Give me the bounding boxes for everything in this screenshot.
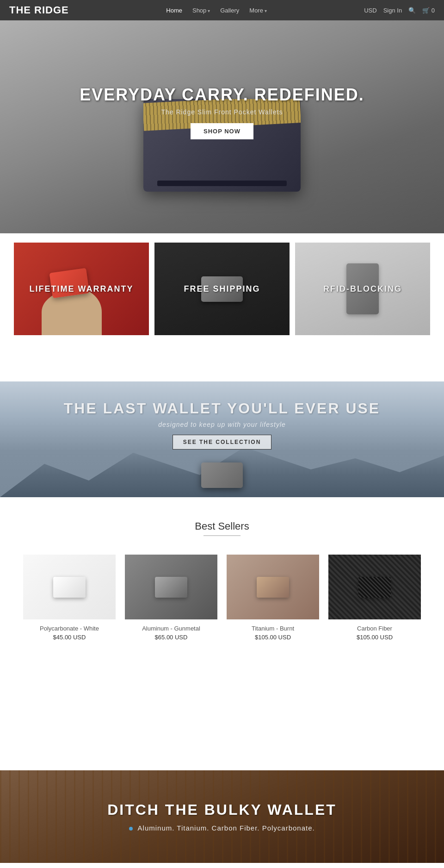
feature-tiles-section: LIFETIME WARRANTY FREE SHIPPING RFID-BLO… — [0, 233, 444, 344]
product-name-0: Polycarbonate - White — [23, 625, 116, 632]
banner2-text: THE LAST WALLET YOU'LL EVER USE designed… — [0, 400, 444, 450]
nav-item-more[interactable]: More — [249, 6, 266, 14]
hero-title: EVERYDAY CARRY. REDEFINED. — [0, 85, 444, 105]
product-card-0[interactable]: Polycarbonate - White $45.00 USD — [23, 555, 116, 641]
feature-tile-rfid[interactable]: RFID-BLOCKING — [295, 243, 430, 335]
bottom-subtitle: Aluminum. Titanium. Carbon Fiber. Polyca… — [107, 824, 337, 832]
feature-tile-shipping[interactable]: FREE SHIPPING — [154, 243, 290, 335]
product-card-2[interactable]: Titanium - Burnt $105.00 USD — [227, 555, 319, 641]
hero-text: EVERYDAY CARRY. REDEFINED. The Ridge Sli… — [0, 85, 444, 139]
product-image-carbon — [328, 555, 421, 619]
currency-selector[interactable]: USD — [364, 7, 376, 14]
banner2-subtitle: designed to keep up with your lifestyle — [0, 421, 444, 428]
hero-section: EVERYDAY CARRY. REDEFINED. The Ridge Sli… — [0, 20, 444, 233]
bottom-subtitle-text: Aluminum. Titanium. Carbon Fiber. Polyca… — [138, 824, 315, 832]
product-price-0: $45.00 USD — [23, 634, 116, 641]
shipping-label: FREE SHIPPING — [154, 243, 290, 335]
nav-link-more[interactable]: More — [249, 7, 266, 14]
search-icon[interactable]: 🔍 — [408, 7, 416, 14]
sign-in-link[interactable]: Sign In — [383, 7, 402, 14]
product-price-2: $105.00 USD — [227, 634, 319, 641]
hero-cta-button[interactable]: SHOP NOW — [191, 123, 253, 139]
product-image-gunmetal — [125, 555, 217, 619]
product-name-1: Aluminum - Gunmetal — [125, 625, 217, 632]
logo[interactable]: THE RIDGE — [9, 4, 69, 16]
navbar: THE RIDGE Home Shop Gallery More USD Sig… — [0, 0, 444, 20]
mid-spacer — [0, 344, 444, 381]
bottom-text: DITCH THE BULKY WALLET Aluminum. Titaniu… — [107, 801, 337, 832]
cart-icon[interactable]: 🛒 0 — [422, 7, 435, 14]
bottom-banner-section: DITCH THE BULKY WALLET Aluminum. Titaniu… — [0, 770, 444, 863]
best-sellers-section: Best Sellers Polycarbonate - White $45.0… — [0, 497, 444, 659]
wallet-titanium — [257, 577, 289, 598]
banner2-title: THE LAST WALLET YOU'LL EVER USE — [0, 400, 444, 417]
nav-link-gallery[interactable]: Gallery — [220, 7, 239, 14]
product-name-3: Carbon Fiber — [328, 625, 421, 632]
best-sellers-title: Best Sellers — [14, 520, 430, 532]
warranty-label: LIFETIME WARRANTY — [14, 243, 149, 335]
rfid-label: RFID-BLOCKING — [295, 243, 430, 335]
navbar-right: USD Sign In 🔍 🛒 0 — [364, 7, 435, 14]
hero-subtitle: The Ridge Slim Front Pocket Wallets — [0, 108, 444, 116]
product-name-2: Titanium - Burnt — [227, 625, 319, 632]
product-price-1: $65.00 USD — [125, 634, 217, 641]
feature-tile-warranty[interactable]: LIFETIME WARRANTY — [14, 243, 149, 335]
banner2-cta-button[interactable]: SEE THE COLLECTION — [173, 435, 272, 450]
product-card-3[interactable]: Carbon Fiber $105.00 USD — [328, 555, 421, 641]
banner2-section: THE LAST WALLET YOU'LL EVER USE designed… — [0, 381, 444, 497]
spacer-section — [0, 659, 444, 770]
nav-item-shop[interactable]: Shop — [192, 6, 210, 14]
wallet-carbon — [358, 577, 391, 598]
wallet-white — [53, 577, 86, 598]
nav-item-gallery[interactable]: Gallery — [220, 6, 239, 14]
nav-menu: Home Shop Gallery More — [166, 6, 266, 14]
bottom-title: DITCH THE BULKY WALLET — [107, 801, 337, 818]
wallet-gunmetal — [155, 577, 187, 598]
product-card-1[interactable]: Aluminum - Gunmetal $65.00 USD — [125, 555, 217, 641]
product-price-3: $105.00 USD — [328, 634, 421, 641]
nav-item-home[interactable]: Home — [166, 6, 182, 14]
nav-link-home[interactable]: Home — [166, 7, 182, 14]
product-image-white — [23, 555, 116, 619]
product-image-titanium — [227, 555, 319, 619]
section-divider — [204, 535, 240, 536]
products-grid: Polycarbonate - White $45.00 USD Aluminu… — [14, 555, 430, 641]
banner2-wallet — [201, 462, 243, 488]
nav-link-shop[interactable]: Shop — [192, 7, 210, 14]
dot-icon — [129, 827, 133, 831]
